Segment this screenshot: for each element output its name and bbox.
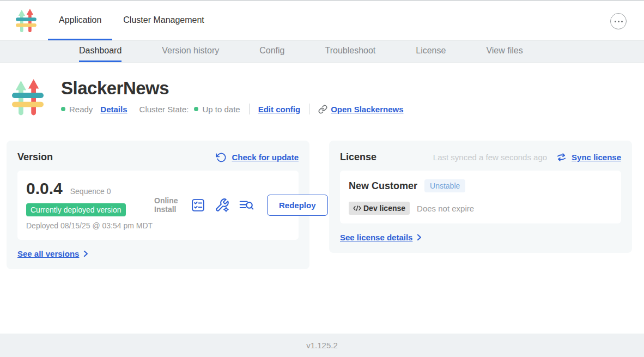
refresh-icon [216,152,227,163]
app-sub-nav: Dashboard Version history Config Trouble… [0,41,644,63]
link-icon [318,105,327,114]
expiry-text: Does not expire [417,204,474,213]
dashboard-cards: Version Check for update [7,141,644,269]
console-version: v1.125.2 [306,341,338,350]
page-title: SlackerNews [61,78,404,99]
deployed-timestamp: Deployed 08/15/25 @ 03:54 pm MDT [26,221,154,231]
check-for-update[interactable]: Check for update [216,152,299,163]
open-app-link[interactable]: Open Slackernews [331,105,403,114]
cluster-state-value: Up to date [202,105,240,114]
tab-config[interactable]: Config [259,41,284,62]
top-nav: Application Cluster Management [0,0,644,41]
app-logo-icon [15,9,37,33]
code-icon [353,205,361,211]
install-type-label: Online Install [154,196,181,214]
details-link[interactable]: Details [100,105,127,114]
tab-cluster-management[interactable]: Cluster Management [112,1,215,40]
license-card: License Last synced a few seconds ago Sy… [329,141,632,253]
admin-console-page: Application Cluster Management Dashboard… [0,0,644,357]
license-card-title: License [340,152,376,163]
dev-license-tag: Dev license [349,202,410,215]
app-header: SlackerNews Ready Details Cluster State:… [12,78,644,117]
deploy-logs-icon[interactable] [239,198,254,213]
main-content: SlackerNews Ready Details Cluster State:… [0,63,644,334]
cluster-state-dot [194,107,198,111]
ready-status-dot [61,107,65,111]
version-card: Version Check for update [7,141,309,269]
sync-arrows-icon [556,153,567,162]
divider [309,104,309,114]
console-footer: v1.125.2 [0,334,644,357]
tab-application[interactable]: Application [48,1,112,40]
divider [249,104,250,114]
ellipsis-icon [615,21,616,22]
version-card-title: Version [17,152,53,163]
license-summary-box: New Customer Unstable [340,171,621,223]
config-wrench-gear-icon[interactable] [215,198,229,213]
last-synced-text: Last synced a few seconds ago [433,153,547,162]
edit-config-link[interactable]: Edit config [258,105,301,114]
chevron-right-icon [83,250,88,257]
tab-license[interactable]: License [416,41,446,62]
cluster-state-label: Cluster State: [139,105,189,114]
preflight-checks-icon[interactable] [191,198,205,213]
sequence-label: Sequence 0 [70,187,111,196]
tab-troubleshoot[interactable]: Troubleshoot [325,41,375,62]
customer-name: New Customer [349,180,417,192]
version-number: 0.0.4 [26,179,63,198]
top-nav-tabs: Application Cluster Management [48,1,215,40]
deployed-status-badge: Currently deployed version [26,203,126,216]
app-status-row: Ready Details Cluster State: Up to date … [61,104,404,114]
more-menu-button[interactable] [610,13,627,29]
tab-view-files[interactable]: View files [486,41,523,62]
check-for-update-link[interactable]: Check for update [232,153,299,162]
see-all-versions-link[interactable]: See all versions [17,249,79,258]
tab-dashboard[interactable]: Dashboard [79,41,121,62]
tab-version-history[interactable]: Version history [162,41,219,62]
app-logo-large-icon [12,78,44,117]
see-license-details-link[interactable]: See license details [340,233,412,242]
redeploy-button[interactable]: Redeploy [267,195,328,216]
sync-license-link[interactable]: Sync license [572,153,621,162]
channel-badge: Unstable [424,179,465,192]
dev-license-label: Dev license [363,204,405,213]
chevron-right-icon [417,234,422,241]
ready-status-label: Ready [69,105,93,114]
current-version-box: 0.0.4 Sequence 0 Currently deployed vers… [17,171,299,240]
